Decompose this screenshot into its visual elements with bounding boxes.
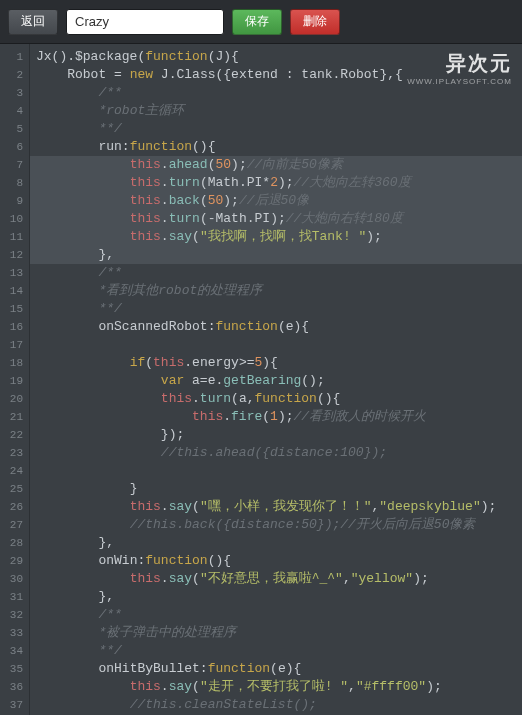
line-number: 10: [0, 210, 29, 228]
line-number: 21: [0, 408, 29, 426]
code-line[interactable]: *被子弹击中的处理程序: [30, 624, 522, 642]
code-line[interactable]: this.say("不好意思，我赢啦^_^","yellow");: [30, 570, 522, 588]
line-number: 35: [0, 660, 29, 678]
line-number: 27: [0, 516, 29, 534]
code-line[interactable]: **/: [30, 120, 522, 138]
line-number: 18: [0, 354, 29, 372]
code-line[interactable]: run:function(){: [30, 138, 522, 156]
line-number: 6: [0, 138, 29, 156]
code-line[interactable]: },: [30, 246, 522, 264]
line-number: 26: [0, 498, 29, 516]
code-line[interactable]: *robot主循环: [30, 102, 522, 120]
line-number: 23: [0, 444, 29, 462]
code-line[interactable]: Robot = new J.Class({extend : tank.Robot…: [30, 66, 522, 84]
line-number: 4: [0, 102, 29, 120]
save-button[interactable]: 保存: [232, 9, 282, 35]
code-line[interactable]: onHitByBullet:function(e){: [30, 660, 522, 678]
code-line[interactable]: this.say("走开，不要打我了啦! ","#ffff00");: [30, 678, 522, 696]
code-line[interactable]: /**: [30, 264, 522, 282]
code-line[interactable]: });: [30, 426, 522, 444]
line-number: 15: [0, 300, 29, 318]
line-number: 33: [0, 624, 29, 642]
code-line[interactable]: this.turn(-Math.PI);//大炮向右转180度: [30, 210, 522, 228]
code-line[interactable]: if(this.energy>=5){: [30, 354, 522, 372]
line-number: 3: [0, 84, 29, 102]
code-line[interactable]: this.turn(Math.PI*2);//大炮向左转360度: [30, 174, 522, 192]
line-number: 14: [0, 282, 29, 300]
line-number: 24: [0, 462, 29, 480]
line-number: 16: [0, 318, 29, 336]
code-line[interactable]: **/: [30, 642, 522, 660]
line-number: 17: [0, 336, 29, 354]
code-line[interactable]: [30, 336, 522, 354]
code-line[interactable]: //this.cleanStateList();: [30, 696, 522, 714]
code-line[interactable]: this.turn(a,function(){: [30, 390, 522, 408]
line-number: 19: [0, 372, 29, 390]
code-line[interactable]: [30, 462, 522, 480]
code-line[interactable]: onWin:function(){: [30, 552, 522, 570]
code-line[interactable]: **/: [30, 300, 522, 318]
code-line[interactable]: },: [30, 534, 522, 552]
robot-name-input[interactable]: [66, 9, 224, 35]
line-number: 2: [0, 66, 29, 84]
code-line[interactable]: Jx().$package(function(J){: [30, 48, 522, 66]
line-number: 8: [0, 174, 29, 192]
back-button[interactable]: 返回: [8, 9, 58, 35]
code-line[interactable]: var a=e.getBearing();: [30, 372, 522, 390]
code-line[interactable]: *看到其他robot的处理程序: [30, 282, 522, 300]
line-number: 5: [0, 120, 29, 138]
code-line[interactable]: this.ahead(50);//向前走50像素: [30, 156, 522, 174]
line-number: 37: [0, 696, 29, 714]
line-number: 29: [0, 552, 29, 570]
code-line[interactable]: //this.ahead({distance:100});: [30, 444, 522, 462]
line-number: 32: [0, 606, 29, 624]
line-number: 13: [0, 264, 29, 282]
line-number: 30: [0, 570, 29, 588]
line-number: 1: [0, 48, 29, 66]
line-number: 25: [0, 480, 29, 498]
toolbar: 返回 保存 删除: [0, 0, 522, 44]
line-number: 12: [0, 246, 29, 264]
line-number: 20: [0, 390, 29, 408]
code-line[interactable]: this.back(50);//后退50像: [30, 192, 522, 210]
code-line[interactable]: /**: [30, 84, 522, 102]
code-line[interactable]: },: [30, 588, 522, 606]
line-number-gutter: 1234567891011121314151617181920212223242…: [0, 44, 30, 715]
code-line[interactable]: this.say("我找啊，找啊，找Tank! ");: [30, 228, 522, 246]
code-line[interactable]: onScannedRobot:function(e){: [30, 318, 522, 336]
delete-button[interactable]: 删除: [290, 9, 340, 35]
code-editor[interactable]: 1234567891011121314151617181920212223242…: [0, 44, 522, 715]
line-number: 11: [0, 228, 29, 246]
line-number: 28: [0, 534, 29, 552]
code-line[interactable]: }: [30, 480, 522, 498]
line-number: 7: [0, 156, 29, 174]
code-line[interactable]: this.fire(1);//看到敌人的时候开火: [30, 408, 522, 426]
line-number: 34: [0, 642, 29, 660]
line-number: 36: [0, 678, 29, 696]
line-number: 22: [0, 426, 29, 444]
code-line[interactable]: this.say("嘿，小样，我发现你了！！","deepskyblue");: [30, 498, 522, 516]
code-area[interactable]: Jx().$package(function(J){ Robot = new J…: [30, 44, 522, 715]
line-number: 9: [0, 192, 29, 210]
code-line[interactable]: //this.back({distance:50});//开火后向后退50像素: [30, 516, 522, 534]
line-number: 31: [0, 588, 29, 606]
code-line[interactable]: /**: [30, 606, 522, 624]
